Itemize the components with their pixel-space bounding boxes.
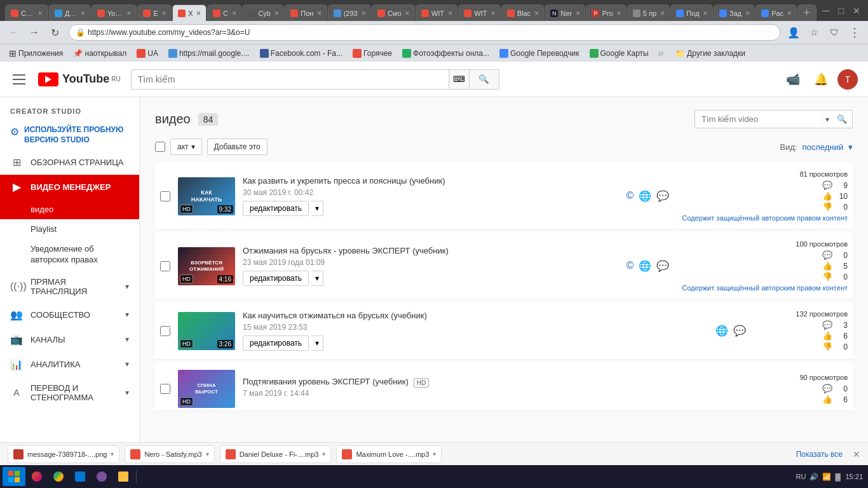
sidebar-item-live[interactable]: ((·)) ПРЯМАЯ ТРАНСЛЯЦИЯ ▾ [0,271,139,302]
taskbar-chrome[interactable] [48,468,69,485]
sidebar-sub-item-video[interactable]: видео [0,200,139,219]
download-item[interactable]: Nero - Satisfy.mp3 ▾ [125,445,214,463]
cc-icon[interactable]: © [626,190,634,201]
profile-icon-btn[interactable]: 👤 [785,24,802,41]
bookmark-item[interactable]: Facebook.com - Fa... [256,48,346,59]
taskbar-firefox[interactable] [27,468,47,485]
edit-button[interactable]: редактировать [243,201,309,216]
video-checkbox[interactable] [160,384,170,394]
download-item[interactable]: Daniel Deluxe - Fi-....mp3 ▾ [220,445,332,463]
search-video-input[interactable] [695,111,822,128]
forward-button[interactable]: → [25,24,43,41]
back-button[interactable]: ← [5,24,23,41]
select-all-checkbox[interactable] [155,142,165,152]
copyright-notice[interactable]: Содержит защищённый авторским правом кон… [682,214,848,222]
bookmark-apps[interactable]: ⊞ Приложения [5,47,67,60]
minimize-button[interactable]: ─ [820,5,832,17]
sound-icon[interactable]: 🔊 [810,473,818,481]
sidebar-sub-item-playlist[interactable]: Playlist [0,219,139,239]
browser-tab-active[interactable]: X× [172,4,207,21]
menu-btn[interactable]: ⋮ [846,24,863,41]
video-title[interactable]: Подтягивания уровень ЭКСПЕРТ (учебник) [243,377,409,386]
browser-tab[interactable]: 5 пр× [627,4,670,21]
bookmark-item[interactable]: https://mail.google.... [165,48,254,59]
browser-tab[interactable]: PPro× [586,4,626,21]
browser-tab[interactable]: Смо× [372,4,415,21]
video-thumbnail[interactable]: 3:26 HD [178,312,235,350]
download-item[interactable]: Maximum Love -....mp3 ▾ [336,445,442,463]
add-button[interactable]: Добавьте это [207,139,268,155]
sort-chevron[interactable]: ▾ [848,142,853,152]
filter-button[interactable]: акт ▾ [170,139,202,155]
search-dropdown-icon[interactable]: ▾ [822,111,832,128]
video-title[interactable]: Отжимания на брусьях - уровень ЭКСПЕРТ (… [243,246,613,255]
search-input[interactable] [131,69,449,90]
sidebar-item-channels[interactable]: 📺 КАНАЛЫ ▾ [0,327,139,352]
sidebar-promo[interactable]: ⚙ ИСПОЛЬЗУЙТЕ ПРОБНУЮ ВЕРСИЮ STUDIO [0,120,139,150]
close-button[interactable]: ✕ [850,6,863,16]
keyboard-icon[interactable]: ⌨ [449,69,469,90]
video-title[interactable]: Как научиться отжиматься на брусьях (уче… [243,311,703,320]
hamburger-menu[interactable] [10,69,31,90]
video-checkbox[interactable] [160,326,170,336]
download-chevron[interactable]: ▾ [111,451,114,458]
bookmark-item[interactable]: Google Карты [586,48,653,59]
comment-icon[interactable]: 💬 [656,190,669,202]
browser-tab[interactable]: YouT× [92,4,137,21]
browser-tab[interactable]: Под× [670,4,712,21]
taskbar-files[interactable] [113,468,133,485]
sidebar-item-community[interactable]: 👥 СООБЩЕСТВО ▾ [0,302,139,327]
sidebar-item-translation[interactable]: A ПЕРЕВОД И СТЕНОГРАММА ▾ [0,377,139,409]
browser-tab[interactable]: Смо× [5,4,48,21]
start-button[interactable] [3,467,25,486]
maximize-button[interactable]: □ [836,6,846,16]
bookmark-item[interactable]: 📌 наоткрывал [69,48,130,59]
search-button[interactable]: 🔍 [469,69,499,90]
show-all-downloads-button[interactable]: Показать все [796,450,843,459]
edit-dropdown-btn[interactable]: ▾ [311,201,323,216]
download-chevron[interactable]: ▾ [433,451,436,458]
copyright-notice[interactable]: Содержит защищённый авторским правом кон… [682,284,848,292]
sidebar-item-video-manager[interactable]: ▶ ВИДЕО МЕНЕДЖЕР [0,175,139,200]
download-item[interactable]: message-7389718-....png ▾ [8,445,119,463]
video-title[interactable]: Как развить и укрепить пресса и поясницы… [243,176,613,186]
cc-icon[interactable]: © [626,260,634,271]
globe-icon[interactable]: 🌐 [639,260,651,272]
bookmark-item[interactable]: Горячее [349,48,396,59]
upload-icon[interactable]: 📹 [782,68,804,91]
search-icon[interactable]: 🔍 [832,111,852,128]
browser-tab[interactable]: Пон× [285,4,327,21]
taskbar-viber[interactable] [92,468,112,485]
browser-tab[interactable]: NNer× [545,4,585,21]
browser-tab[interactable]: С× [207,4,241,21]
browser-tab[interactable]: Cyb× [242,4,284,21]
browser-tab[interactable]: WIT× [458,4,500,21]
edit-dropdown-btn[interactable]: ▾ [311,271,323,286]
bookmark-item[interactable]: Google Переводчик [496,48,583,59]
browser-tab[interactable]: Диа× [49,4,91,21]
user-avatar[interactable]: T [837,69,858,90]
network-icon[interactable]: 📶 [822,473,831,481]
browser-tab[interactable]: Blac× [501,4,545,21]
sidebar-item-overview[interactable]: ⊞ ОБЗОРНАЯ СТРАНИЦА [0,150,139,175]
video-thumbnail[interactable]: КАКНАКАЧАТЬ 9:32 HD [178,177,235,215]
shield-icon-btn[interactable]: 🛡 [826,24,843,41]
sidebar-sub-item-copyright[interactable]: Уведомление обавторских правах [0,239,139,271]
sidebar-item-analytics[interactable]: 📊 АНАЛИТИКА ▾ [0,352,139,377]
bookmarks-more[interactable]: » [655,46,667,60]
browser-tab[interactable]: WIT× [416,4,458,21]
browser-tab[interactable]: Зад× [714,4,755,21]
browser-tab[interactable]: (293× [328,4,371,21]
bell-icon[interactable]: 🔔 [810,68,832,91]
globe-icon[interactable]: 🌐 [639,190,651,202]
download-chevron[interactable]: ▾ [322,451,325,458]
bookmark-star-btn[interactable]: ☆ [806,24,822,41]
download-chevron[interactable]: ▾ [206,451,209,458]
edit-dropdown-btn[interactable]: ▾ [311,336,323,351]
bookmark-item[interactable]: Фотоэффекты онла... [398,48,493,59]
browser-tab[interactable]: E× [137,4,172,21]
close-download-bar-button[interactable]: ✕ [853,449,860,459]
bookmark-item[interactable]: UA [133,48,162,59]
comment-icon[interactable]: 💬 [656,260,669,272]
comment-icon[interactable]: 💬 [733,325,746,337]
